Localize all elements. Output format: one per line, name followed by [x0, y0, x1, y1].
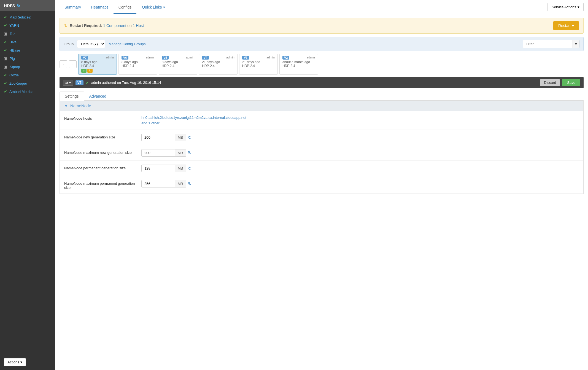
version-badge: V2 — [282, 56, 289, 60]
sidebar-item-label: Pig — [10, 57, 15, 61]
save-button[interactable]: Save — [562, 79, 580, 86]
section-chevron: ▼ — [64, 104, 68, 108]
tick-badge: ✔ — [81, 69, 87, 73]
filter-dropdown-button[interactable]: ▾ — [573, 40, 579, 48]
config-tab-settings[interactable]: Settings — [60, 92, 84, 101]
config-input[interactable] — [142, 165, 175, 172]
sidebar-item-hbase[interactable]: ✔HBase — [0, 46, 55, 54]
sidebar-header[interactable]: HDFS ↻ — [0, 0, 55, 11]
top-nav: SummaryHeatmapsConfigs Quick Links ▾ Ser… — [55, 0, 588, 14]
version-prev-button[interactable]: ‹ — [60, 60, 67, 68]
config-link[interactable]: hn0-ashish.2iedidsu1yruzaeigt11m2m2va.cx… — [141, 115, 246, 126]
nav-tab-summary[interactable]: Summary — [60, 1, 86, 14]
service-actions-label: Service Actions — [552, 5, 576, 9]
config-input[interactable] — [142, 180, 175, 187]
service-actions-caret: ▾ — [578, 5, 579, 9]
config-input-wrap: MB — [141, 134, 186, 141]
sidebar-item-label: Sqoop — [10, 65, 20, 69]
version-time: 8 days ago — [81, 60, 114, 64]
version-card-v2[interactable]: V2adminabout a month agoHDP-2.4 — [279, 54, 318, 75]
restart-button[interactable]: Restart ▾ — [553, 21, 579, 30]
config-input[interactable] — [142, 149, 175, 156]
config-rows: NameNode hostshn0-ashish.2iedidsu1yruzae… — [60, 111, 583, 194]
quick-links-button[interactable]: Quick Links ▾ — [142, 5, 165, 9]
sidebar-item-yarn[interactable]: ✔YARN — [0, 21, 55, 30]
version-bar-tick: ✔ — [86, 81, 89, 85]
section-title: NameNode — [70, 103, 91, 108]
refresh-icon: ↻ — [17, 4, 20, 8]
nav-tabs: SummaryHeatmapsConfigs — [60, 5, 136, 9]
version-card-v5[interactable]: V5admin8 days agoHDP-2.4 — [159, 54, 197, 75]
sidebar-item-label: HBase — [9, 48, 20, 52]
config-row-label: NameNode new generation size — [64, 134, 141, 139]
version-card-v7[interactable]: V7admin8 days agoHDP-2.4✔↻ — [78, 54, 117, 75]
config-row-label: NameNode maximum permanent generation si… — [64, 180, 141, 190]
version-next-button[interactable]: › — [69, 60, 77, 68]
sidebar-item-label: MapReduce2 — [9, 15, 31, 19]
sidebar-item-mapreduce2[interactable]: ✔MapReduce2 — [0, 13, 55, 21]
banner-host-link[interactable]: 1 Host — [133, 23, 144, 28]
version-card-v6[interactable]: V6admin8 days agoHDP-2.4 — [118, 54, 157, 75]
config-row-label: NameNode hosts — [64, 115, 141, 120]
version-badge: V5 — [162, 56, 169, 60]
sidebar-item-sqoop[interactable]: ▣Sqoop — [0, 63, 55, 71]
group-select[interactable]: Default (7) — [77, 40, 105, 48]
version-bar-badge: V7 — [75, 80, 83, 85]
version-admin: admin — [226, 56, 234, 59]
banner-component-link[interactable]: 1 Component — [103, 23, 126, 28]
config-content: ▼ NameNode NameNode hostshn0-ashish.2ied… — [60, 101, 584, 194]
version-bar: ⇄ ▾ V7 ✔ admin authored on Tue, Aug 16, … — [60, 77, 584, 88]
sidebar-item-tez[interactable]: ▣Tez — [0, 30, 55, 38]
version-badge: V4 — [202, 56, 209, 60]
shuffle-icon: ⇄ — [65, 81, 68, 85]
version-card-v3[interactable]: V3admin21 days agoHDP-2.4 — [239, 54, 278, 75]
sidebar-item-zookeeper[interactable]: ✔ZooKeeper — [0, 79, 55, 87]
reset-icon[interactable]: ↻ — [188, 166, 191, 171]
section-header[interactable]: ▼ NameNode — [60, 101, 583, 111]
reset-icon[interactable]: ↻ — [188, 181, 191, 186]
version-badge: V7 — [81, 56, 88, 60]
config-row: NameNode new generation sizeMB↻ — [60, 130, 583, 145]
version-admin: admin — [146, 56, 154, 59]
config-input[interactable] — [142, 134, 175, 141]
group-select-input[interactable]: Default (7) — [77, 40, 105, 48]
status-icon: ✔ — [4, 23, 7, 28]
sidebar-item-hive[interactable]: ✔Hive — [0, 38, 55, 46]
sidebar-item-pig[interactable]: ▣Pig — [0, 54, 55, 63]
version-bar-authored: admin authored on Tue, Aug 16, 2016 15:1… — [91, 81, 161, 85]
config-group-bar: Group Default (7) Manage Config Groups ▾ — [60, 37, 584, 51]
status-icon: ✔ — [4, 73, 7, 77]
shuffle-caret: ▾ — [69, 81, 71, 85]
sidebar-item-label: YARN — [9, 23, 19, 28]
config-unit: MB — [175, 134, 186, 141]
config-row: NameNode hostshn0-ashish.2iedidsu1yruzae… — [60, 111, 583, 130]
quick-links-label: Quick Links — [142, 5, 162, 9]
manage-config-groups-link[interactable]: Manage Config Groups — [109, 42, 145, 46]
service-actions-button[interactable]: Service Actions ▾ — [547, 3, 584, 11]
filter-input[interactable] — [523, 40, 573, 48]
shuffle-button[interactable]: ⇄ ▾ — [63, 80, 73, 86]
config-input-wrap: MB — [141, 180, 186, 187]
banner-middle: on — [127, 23, 132, 28]
sidebar-item-label: Hive — [9, 40, 17, 44]
config-row-value: MB↻ — [141, 165, 191, 172]
reset-icon[interactable]: ↻ — [188, 135, 191, 140]
restart-banner: ↻ Restart Required: 1 Component on 1 Hos… — [60, 18, 584, 34]
actions-button[interactable]: Actions ▾ — [4, 358, 26, 366]
config-tab-advanced[interactable]: Advanced — [84, 92, 112, 101]
status-icon: ▣ — [4, 56, 7, 61]
restart-label: Restart — [558, 23, 571, 28]
sidebar-item-oozie[interactable]: ✔Oozie — [0, 71, 55, 79]
discard-button[interactable]: Discard — [540, 79, 560, 86]
config-row: NameNode maximum new generation sizeMB↻ — [60, 145, 583, 161]
nav-tab-configs[interactable]: Configs — [114, 1, 136, 14]
reset-icon[interactable]: ↻ — [188, 150, 191, 155]
sidebar-title: HDFS — [4, 3, 15, 8]
sidebar-actions: Actions ▾ — [0, 354, 55, 370]
sidebar-item-ambari-metrics[interactable]: ✔Ambari Metrics — [0, 87, 55, 96]
nav-tab-heatmaps[interactable]: Heatmaps — [86, 1, 114, 14]
banner-text: ↻ Restart Required: 1 Component on 1 Hos… — [64, 23, 144, 28]
version-card-v4[interactable]: V4admin21 days agoHDP-2.4 — [199, 54, 238, 75]
version-cards: V7admin8 days agoHDP-2.4✔↻V6admin8 days … — [78, 54, 584, 75]
version-hdp: HDP-2.4 — [81, 64, 114, 68]
